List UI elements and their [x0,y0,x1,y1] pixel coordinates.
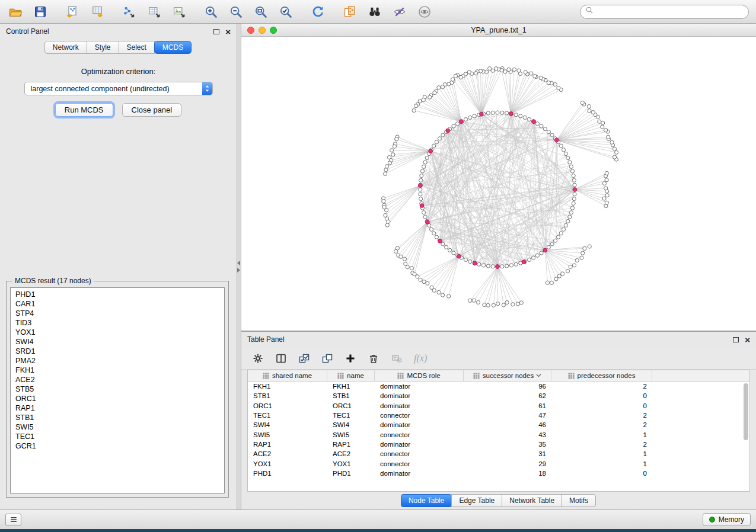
window-minimize-button[interactable] [259,27,266,34]
deselect-all-icon[interactable] [321,352,333,364]
panel-selector-button[interactable] [5,514,21,526]
tab-node-table[interactable]: Node Table [401,494,452,507]
criterion-dropdown[interactable]: largest connected component (undirected) [24,82,213,95]
window-close-button[interactable] [247,27,254,34]
open-folder-icon[interactable] [7,4,24,20]
settings-icon[interactable] [252,352,264,364]
export-network-icon[interactable] [121,4,138,20]
table-cell[interactable]: YOX1 [248,460,327,467]
table-cell[interactable]: 2 [551,412,652,419]
table-cell[interactable]: 47 [464,412,551,419]
table-cell[interactable]: 2 [551,441,652,448]
table-row[interactable]: SWI4SWI4dominator462 [248,420,749,430]
table-cell[interactable]: dominator [375,470,464,477]
import-table-file-icon[interactable] [89,4,106,20]
search-box[interactable] [580,5,749,19]
zoom-in-icon[interactable] [203,4,219,20]
hide-panel-icon[interactable] [391,4,408,20]
zoom-selected-icon[interactable] [277,4,294,20]
expand-right-icon[interactable] [237,268,240,273]
table-cell[interactable]: 0 [551,392,652,399]
export-image-icon[interactable] [171,4,187,20]
result-node[interactable]: STP4 [15,309,219,318]
table-cell[interactable]: STB1 [248,392,327,399]
table-row[interactable]: RAP1RAP1dominator352 [248,440,749,449]
mcds-result-list[interactable]: PHD1CAR1STP4TID3YOX1SWI4SRD1PMA2FKH1ACE2… [10,287,225,493]
table-cell[interactable]: 1 [551,450,652,457]
save-icon[interactable] [32,4,49,20]
table-cell[interactable]: RAP1 [248,441,327,448]
table-cell[interactable]: 35 [464,441,551,448]
tab-style[interactable]: Style [87,41,119,54]
result-node[interactable]: PHD1 [15,290,219,299]
table-cell[interactable]: 43 [464,431,551,438]
table-cell[interactable]: 0 [551,402,652,409]
table-cell[interactable]: STB1 [327,392,375,399]
table-cell[interactable]: PHD1 [327,470,375,477]
table-cell[interactable]: connector [375,412,464,419]
table-cell[interactable]: 31 [464,450,551,457]
table-row[interactable]: ACE2ACE2connector311 [248,449,749,459]
refresh-layout-icon[interactable] [310,4,326,20]
table-cell[interactable]: SWI5 [248,431,327,438]
column-header-successor-nodes[interactable]: successor nodes [464,370,551,381]
table-cell[interactable]: 0 [551,470,652,477]
copy-network-icon[interactable] [342,4,358,20]
result-node[interactable]: SWI4 [15,337,219,347]
table-cell[interactable]: 2 [551,383,652,390]
table-cell[interactable]: connector [375,460,464,467]
table-cell[interactable]: dominator [375,441,464,448]
window-zoom-button[interactable] [270,27,277,34]
add-icon[interactable] [344,352,356,364]
result-node[interactable]: TEC1 [15,432,219,441]
table-row[interactable]: ORC1ORC1dominator610 [248,401,749,411]
table-cell[interactable]: 1 [551,460,652,467]
table-cell[interactable]: dominator [375,421,464,428]
table-cell[interactable]: 2 [551,421,652,428]
table-cell[interactable]: FKH1 [248,383,327,390]
memory-button[interactable]: Memory [703,513,751,526]
column-header-predecessor-nodes[interactable]: predecessor nodes [551,370,652,381]
table-cell[interactable]: ACE2 [327,450,375,457]
table-cell[interactable]: YOX1 [327,460,375,467]
table-row[interactable]: TEC1TEC1connector472 [248,411,749,420]
result-node[interactable]: ACE2 [15,375,219,384]
table-cell[interactable]: dominator [375,392,464,399]
collapse-left-icon[interactable] [237,261,240,265]
delete-icon[interactable] [368,352,379,364]
column-header-shared-name[interactable]: shared name [248,370,327,381]
result-node[interactable]: CAR1 [15,299,219,309]
table-cell[interactable]: SWI4 [327,421,375,428]
table-cell[interactable]: FKH1 [327,383,375,390]
tab-edge-table[interactable]: Edge Table [451,494,502,507]
export-table-icon[interactable] [146,4,162,20]
table-cell[interactable]: TEC1 [327,412,375,419]
result-node[interactable]: RAP1 [15,403,219,413]
panel-splitter[interactable] [237,24,241,509]
table-cell[interactable]: 96 [464,383,551,390]
table-cell[interactable]: 29 [464,460,551,467]
table-cell[interactable]: PHD1 [248,470,327,477]
table-cell[interactable]: SWI4 [248,421,327,428]
table-cell[interactable]: connector [375,450,464,457]
close-panel-button[interactable]: Close panel [122,103,182,117]
result-node[interactable]: YOX1 [15,328,219,337]
table-cell[interactable]: ORC1 [327,402,375,409]
table-row[interactable]: STB1STB1dominator620 [248,391,749,400]
result-node[interactable]: STB1 [15,413,219,422]
import-network-file-icon[interactable] [64,4,81,20]
float-panel-icon[interactable] [213,29,219,34]
zoom-out-icon[interactable] [228,4,244,20]
table-cell[interactable]: ACE2 [248,450,327,457]
run-mcds-button[interactable]: Run MCDS [55,103,113,117]
result-node[interactable]: GCR1 [15,441,219,451]
close-table-panel-icon[interactable]: × [745,335,750,344]
tab-motifs[interactable]: Motifs [562,494,596,507]
close-panel-icon[interactable]: × [225,27,231,36]
table-cell[interactable]: 46 [464,421,551,428]
table-scrollbar[interactable] [743,383,749,489]
result-node[interactable]: TID3 [15,318,219,328]
network-canvas[interactable] [241,37,756,331]
scrollbar-thumb[interactable] [744,383,748,440]
columns-icon[interactable] [275,352,287,364]
